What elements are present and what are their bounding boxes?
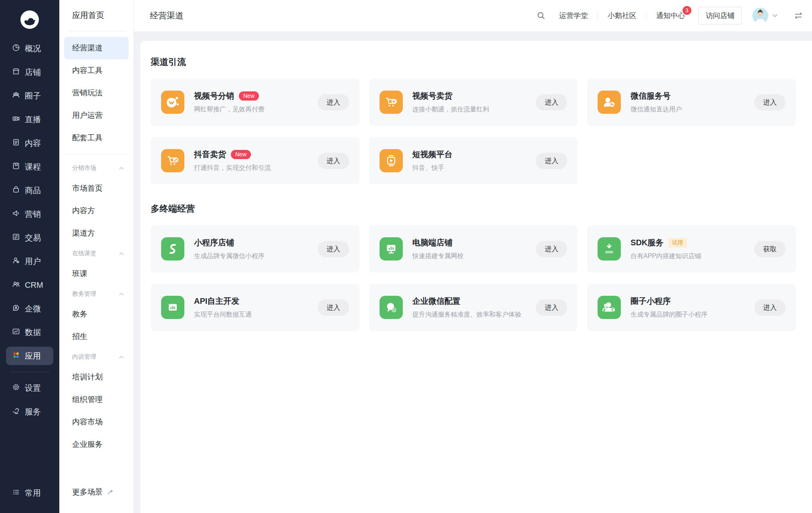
link-notification-center[interactable]: 通知中心 3 — [656, 11, 685, 20]
nav-item-enterprise-service[interactable]: 企业服务 — [64, 433, 129, 456]
sidebar-item-goods[interactable]: 商品 — [6, 181, 53, 200]
app-card-pc-shop: 电脑端店铺 快速搭建专属网校 进入 — [369, 225, 578, 273]
app-card-miniprogram-shop: 小程序店铺 生成品牌专属微信小程序 进入 — [151, 225, 360, 273]
sidebar-item-apps[interactable]: 应用 — [6, 347, 53, 365]
cards-grid-multi-terminal: 小程序店铺 生成品牌专属微信小程序 进入 电脑端店铺 快速搭建专属网校 — [151, 225, 802, 331]
service-hand-icon — [12, 406, 20, 417]
app-card-title: SDK服务 — [630, 237, 663, 248]
enter-button[interactable]: 进入 — [318, 153, 349, 169]
content-doc-icon — [12, 138, 20, 149]
app-card-title: 圈子小程序 — [630, 296, 671, 307]
gear-icon — [12, 383, 20, 394]
sidebar-item-label: 企微 — [25, 303, 41, 314]
enter-button[interactable]: 进入 — [536, 299, 567, 316]
sidebar-item-label: 数据 — [25, 327, 41, 338]
app-card-desc: 自有APP内搭建知识店铺 — [630, 252, 701, 261]
link-operation-school[interactable]: 运营学堂 — [559, 11, 588, 20]
app-card-community-miniprogram: 圈子小程序 生成专属品牌的圈子小程序 进入 — [587, 284, 796, 331]
nav-item-support-tools[interactable]: 配套工具 — [64, 127, 129, 149]
sidebar-item-course[interactable]: 课程 — [6, 158, 53, 176]
nav-item-user-operation[interactable]: 用户运营 — [64, 104, 129, 127]
sidebar-item-service[interactable]: 服务 — [6, 402, 53, 421]
app-card-title: 视频号分销 — [194, 91, 234, 101]
search-icon[interactable] — [537, 11, 545, 20]
visit-shop-button[interactable]: 访问店铺 — [699, 7, 742, 24]
nav-section-label: 教务管理 — [72, 290, 96, 298]
app-card-desc: 微信通知直达用户 — [630, 105, 682, 114]
enter-button[interactable]: 进入 — [318, 94, 349, 111]
sidebar-item-shop[interactable]: 店铺 — [6, 63, 53, 81]
app-card-douyin-selling: 抖音卖货 New 打通抖音，实现交付和引流 进入 — [151, 137, 360, 184]
enter-button[interactable]: 进入 — [754, 299, 786, 316]
enter-button[interactable]: 进入 — [318, 299, 349, 316]
app-card-title: 小程序店铺 — [194, 237, 234, 248]
sidebar-item-marketing[interactable]: 营销 — [6, 205, 53, 223]
nav-section-online-classroom[interactable]: 在线课堂 — [64, 244, 129, 263]
app-card-title: 微信服务号 — [630, 91, 671, 101]
nav-item-training-plan[interactable]: 培训计划 — [64, 366, 129, 388]
nav-item-market-home[interactable]: 市场首页 — [64, 177, 129, 200]
nav-section-internal-training[interactable]: 内训管理 — [64, 348, 129, 366]
nav-section-academic-admin[interactable]: 教务管理 — [64, 285, 129, 303]
sidebar-item-circle[interactable]: 圈子 — [6, 87, 53, 105]
primary-sidebar: 概况 店铺 圈子 直播 内容 课程 商品 营销 — [0, 0, 59, 513]
sidebar-item-wecom[interactable]: 企微 — [6, 299, 53, 318]
sidebar-item-users[interactable]: 用户 — [6, 252, 53, 271]
nav-item-content-provider[interactable]: 内容方 — [64, 200, 129, 222]
nav-item-content-market[interactable]: 内容市场 — [64, 411, 129, 433]
app-card-desc: 提升沟通服务精准度、效率和客户体验 — [412, 311, 521, 319]
sidebar-item-live[interactable]: 直播 — [6, 110, 53, 129]
goose-logo-icon[interactable] — [20, 10, 39, 29]
nav-section-label: 内训管理 — [72, 353, 96, 361]
link-goose-community[interactable]: 小鹅社区 — [608, 11, 636, 20]
sidebar-item-frequent[interactable]: 常用 — [6, 484, 53, 502]
nav-section-distribution-market[interactable]: 分销市场 — [64, 159, 129, 177]
enter-button[interactable]: 进入 — [754, 94, 786, 111]
community-icon — [12, 91, 20, 101]
nav-item-marketing-plays[interactable]: 营销玩法 — [64, 82, 129, 104]
course-bookmark-icon — [12, 162, 20, 172]
pie-chart-icon — [12, 43, 20, 54]
cards-grid-channel-traffic: 视频号分销 New 网红帮推广，见效再付费 进入 视频号卖货 — [151, 79, 802, 184]
app-card-desc: 抖音、快手 — [412, 164, 452, 172]
enter-button[interactable]: 进入 — [318, 241, 349, 257]
enter-button[interactable]: 进入 — [536, 94, 567, 111]
trial-badge: 试用 — [669, 238, 687, 248]
chevron-up-icon — [119, 355, 124, 359]
app-card-short-video-platform: 短视频平台 抖音、快手 进入 — [369, 137, 578, 184]
app-card-title: 电脑端店铺 — [412, 237, 452, 248]
content-area: 渠道引流 视频号分销 New 网红帮推广，见效再付费 进入 — [134, 31, 812, 513]
chevron-up-icon — [119, 252, 124, 255]
avatar[interactable] — [752, 8, 768, 24]
nav-item-more-scenes[interactable]: 更多场景 — [64, 481, 129, 503]
nav-item-channel-provider[interactable]: 渠道方 — [64, 222, 129, 244]
sidebar-item-data[interactable]: 数据 — [6, 323, 53, 341]
nav-item-app-home[interactable]: 应用首页 — [59, 0, 133, 31]
content-panel: 渠道引流 视频号分销 New 网红帮推广，见效再付费 进入 — [140, 41, 812, 513]
enter-button[interactable]: 进入 — [536, 153, 567, 169]
nav-item-academic[interactable]: 教务 — [64, 303, 129, 325]
sidebar-item-trade[interactable]: 交易 — [6, 228, 53, 247]
enter-button[interactable]: 进入 — [536, 241, 567, 257]
nav-item-business-channels[interactable]: 经营渠道 — [64, 37, 129, 59]
sidebar-item-label: 应用 — [25, 351, 41, 362]
chevron-up-icon — [119, 167, 124, 170]
get-button[interactable]: 获取 — [754, 241, 786, 257]
sidebar-item-overview[interactable]: 概况 — [6, 39, 53, 58]
new-badge: New — [231, 150, 251, 159]
wecom-config-icon — [380, 296, 403, 319]
account-menu[interactable] — [752, 8, 778, 24]
nav-item-class-course[interactable]: 班课 — [64, 263, 129, 285]
pc-shop-icon — [380, 237, 403, 261]
nav-item-org-management[interactable]: 组织管理 — [64, 388, 129, 411]
nav-divider — [67, 154, 126, 154]
sidebar-item-content[interactable]: 内容 — [6, 134, 53, 152]
new-badge: New — [239, 91, 259, 101]
nav-item-content-tools[interactable]: 内容工具 — [64, 59, 129, 82]
nav-item-enrollment[interactable]: 招生 — [64, 325, 129, 348]
sidebar-item-label: 课程 — [25, 162, 41, 172]
sidebar-item-crm[interactable]: CRM — [6, 276, 53, 294]
sidebar-item-settings[interactable]: 设置 — [6, 379, 53, 397]
swap-arrows-icon[interactable] — [794, 12, 803, 19]
douyin-cart-icon — [161, 149, 184, 172]
